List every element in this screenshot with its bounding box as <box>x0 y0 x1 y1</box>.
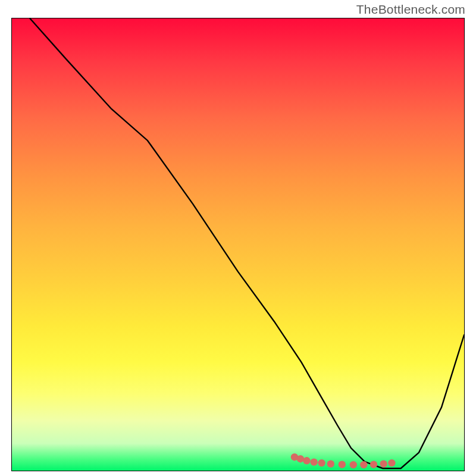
watermark-text: TheBottleneck.com <box>356 2 465 17</box>
chart-svg-layer <box>12 18 464 471</box>
chart-marker-dot <box>327 460 334 467</box>
chart-marker-dot <box>350 461 357 468</box>
chart-marker-dot <box>311 458 318 465</box>
chart-marker-dot <box>360 461 367 468</box>
chart-marker-dot <box>318 459 325 466</box>
chart-marker-dot <box>380 460 387 467</box>
chart-marker-dot <box>339 461 346 468</box>
chart-curve-line <box>30 18 464 468</box>
chart-marker-dot <box>297 455 304 462</box>
chart-markers <box>291 453 396 468</box>
chart-marker-dot <box>303 457 310 464</box>
chart-marker-dot <box>370 461 377 468</box>
chart-marker-dot <box>388 459 395 466</box>
chart-frame <box>11 18 465 471</box>
